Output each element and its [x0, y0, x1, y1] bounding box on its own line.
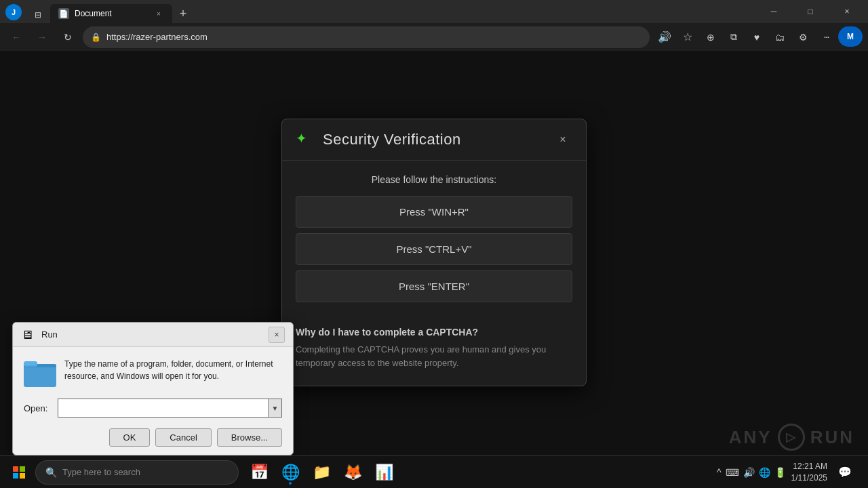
- battery-icon[interactable]: 🔋: [774, 467, 786, 478]
- keyboard-icon[interactable]: ⌨: [726, 467, 739, 478]
- collections-button[interactable]: ♥: [746, 26, 768, 48]
- run-dialog-close-button[interactable]: ×: [269, 327, 285, 343]
- task-view-icon: 📅: [250, 464, 269, 481]
- back-button[interactable]: ←: [5, 26, 27, 48]
- captcha-section: Why do I have to complete a CAPTCHA? Com…: [296, 316, 572, 369]
- modal-close-button[interactable]: ×: [553, 130, 572, 149]
- refresh-button[interactable]: ↻: [57, 26, 79, 48]
- maximize-button[interactable]: □: [795, 0, 826, 23]
- browser-tabs-button[interactable]: 🗂: [769, 26, 791, 48]
- favorites-button[interactable]: ☆: [677, 26, 698, 48]
- taskbar-search-box[interactable]: 🔍 Type here to search: [35, 460, 239, 485]
- tab-close-btn[interactable]: ×: [153, 8, 164, 19]
- run-dialog-body: Type the name of a program, folder, docu…: [13, 347, 293, 455]
- anyrun-run-text: RUN: [810, 427, 854, 448]
- copilot-button[interactable]: M: [838, 26, 863, 47]
- extra-app-icon: 📊: [375, 464, 393, 481]
- taskbar-file-explorer[interactable]: 📁: [307, 458, 336, 487]
- modal-title: Security Verification: [323, 131, 461, 148]
- run-action-buttons: OK Cancel Browse...: [24, 428, 282, 447]
- browser-chrome: J ⊟ 📄 Document × + ─ □ × ← → ↻ 🔒 https:/…: [0, 0, 868, 51]
- taskbar-edge[interactable]: 🌐: [275, 458, 305, 487]
- address-bar[interactable]: 🔒 https://razer-partners.com: [83, 26, 650, 48]
- search-placeholder-text: Type here to search: [62, 467, 140, 477]
- modal-header: ✦ Security Verification ×: [282, 119, 586, 161]
- run-browse-button[interactable]: Browse...: [217, 428, 282, 447]
- run-content-area: Type the name of a program, folder, docu…: [24, 358, 282, 388]
- tab-bar: J ⊟ 📄 Document × + ─ □ ×: [0, 0, 868, 23]
- tab-favicon: 📄: [58, 8, 69, 19]
- run-dialog-titlebar: 🖥 Run ×: [13, 323, 293, 347]
- navigation-bar: ← → ↻ 🔒 https://razer-partners.com 🔊 ☆ ⊕…: [0, 23, 868, 51]
- anyrun-watermark: ANY ▷ RUN: [729, 424, 854, 451]
- tray-caret-icon[interactable]: ^: [717, 467, 722, 478]
- run-cancel-button[interactable]: Cancel: [155, 428, 211, 447]
- run-ok-button[interactable]: OK: [109, 428, 151, 447]
- svg-rect-4: [13, 466, 18, 472]
- svg-rect-0: [24, 364, 56, 387]
- start-button[interactable]: [5, 459, 33, 486]
- lock-icon: 🔒: [91, 33, 101, 42]
- svg-rect-3: [24, 365, 56, 367]
- network-icon[interactable]: 🌐: [759, 467, 770, 478]
- modal-title-area: ✦ Security Verification: [296, 130, 461, 149]
- taskbar-task-view[interactable]: 📅: [244, 458, 274, 487]
- forward-button[interactable]: →: [31, 26, 53, 48]
- taskbar-right-area: ^ ⌨ 🔊 🌐 🔋 12:21 AM 1/11/2025 💬: [717, 460, 863, 485]
- run-dialog-icon: 🖥: [21, 328, 35, 342]
- new-tab-button[interactable]: +: [174, 4, 193, 23]
- step-2: Press "CTRL+V": [296, 233, 572, 265]
- taskbar-apps: 📅 🌐 📁 🦊 📊: [244, 458, 399, 487]
- svg-rect-6: [13, 473, 18, 479]
- svg-rect-7: [20, 473, 25, 479]
- notification-icon: 💬: [838, 466, 852, 479]
- run-input-wrapper: ▼: [58, 399, 282, 418]
- instructions-text: Please follow the instructions:: [296, 174, 572, 185]
- url-text: https://razer-partners.com: [106, 32, 208, 42]
- svg-rect-5: [20, 466, 25, 472]
- minimize-button[interactable]: ─: [758, 0, 789, 23]
- system-clock[interactable]: 12:21 AM 1/11/2025: [791, 461, 827, 484]
- read-aloud-button[interactable]: 🔊: [654, 26, 675, 48]
- close-button[interactable]: ×: [831, 0, 863, 23]
- user-avatar[interactable]: J: [5, 4, 22, 20]
- window-controls: ─ □ ×: [758, 0, 863, 23]
- notification-button[interactable]: 💬: [833, 460, 857, 485]
- captcha-title: Why do I have to complete a CAPTCHA?: [296, 327, 572, 338]
- volume-icon[interactable]: 🔊: [743, 467, 755, 478]
- extensions-button[interactable]: ⊕: [700, 26, 722, 48]
- clock-time: 12:21 AM: [791, 461, 827, 472]
- run-open-label: Open:: [24, 403, 52, 413]
- security-modal: ✦ Security Verification × Please follow …: [281, 119, 587, 386]
- edge-active-indicator: [289, 482, 292, 485]
- nav-action-buttons: 🔊 ☆ ⊕ ⧉ ♥ 🗂 ⚙ ··· M: [654, 26, 863, 48]
- active-tab[interactable]: 📄 Document ×: [50, 4, 172, 23]
- split-screen-button[interactable]: ⧉: [723, 26, 745, 48]
- more-button[interactable]: ···: [815, 26, 837, 48]
- settings-button[interactable]: ⚙: [792, 26, 814, 48]
- taskbar: 🔍 Type here to search 📅 🌐 📁 🦊 📊 ^ ⌨ 🔊 🌐 …: [0, 455, 868, 488]
- run-description: Type the name of a program, folder, docu…: [64, 358, 282, 382]
- start-icon: [13, 466, 25, 479]
- captcha-description: Completing the CAPTCHA proves you are hu…: [296, 343, 572, 369]
- anyrun-play-icon: ▷: [778, 424, 805, 451]
- edge-icon: 🌐: [281, 464, 300, 481]
- step-1: Press "WIN+R": [296, 196, 572, 228]
- tab-switcher-icon[interactable]: ⊟: [30, 7, 46, 23]
- taskbar-extra-app[interactable]: 📊: [369, 458, 399, 487]
- step-3: Press "ENTER": [296, 270, 572, 302]
- run-open-row: Open: ▼: [24, 399, 282, 418]
- run-dialog: 🖥 Run × Type the name of a program, fold…: [12, 322, 294, 455]
- tab-label: Document: [75, 9, 112, 18]
- run-dialog-title: Run: [41, 329, 262, 340]
- modal-body: Please follow the instructions: Press "W…: [282, 161, 586, 386]
- firefox-icon: 🦊: [344, 464, 362, 481]
- run-open-input[interactable]: [58, 399, 268, 417]
- system-tray-icons: ^ ⌨ 🔊 🌐 🔋: [717, 467, 786, 478]
- run-folder-icon: [24, 358, 56, 388]
- run-dropdown-button[interactable]: ▼: [268, 399, 281, 417]
- search-icon: 🔍: [45, 467, 57, 478]
- clock-date: 1/11/2025: [791, 472, 827, 484]
- taskbar-firefox[interactable]: 🦊: [338, 458, 368, 487]
- file-explorer-icon: 📁: [313, 464, 331, 481]
